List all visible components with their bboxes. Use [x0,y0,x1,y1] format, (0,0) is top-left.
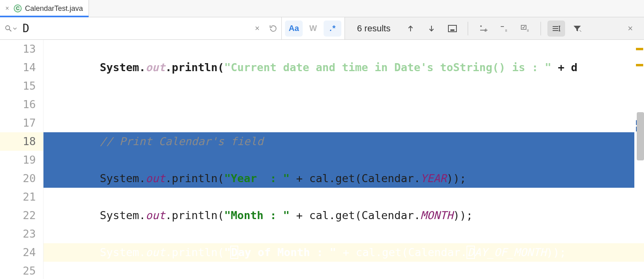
code-token: "Month : " [224,209,290,222]
select-all-occurrences-icon[interactable] [444,21,461,37]
find-input[interactable] [19,22,249,35]
code-token: "Year : " [224,172,290,185]
file-tab[interactable]: × C CalendarTest.java [0,0,89,17]
add-selection-icon[interactable]: II [475,21,492,37]
warning-marker[interactable] [636,64,643,66]
line-number: 15 [0,77,36,95]
find-options: Aa W .* [282,17,345,39]
code-token: System. [100,246,146,258]
line-number: 13 [0,40,36,58]
remove-selection-icon[interactable]: II [495,21,513,37]
code-token: System. [100,172,146,185]
code-comment: // Print Calendar's field [100,135,263,148]
results-count: 6 results [357,23,390,34]
next-match-icon[interactable] [423,21,440,37]
line-number: 16 [0,95,36,114]
find-bar: × Aa W .* 6 results II II II [0,17,644,40]
line-number: 21 [0,188,36,206]
code-editor[interactable]: 13 14 15 16 17 18 19 20 21 22 23 24 25 S… [0,40,644,279]
code-token: out [146,61,165,74]
code-token: System. [100,209,146,222]
search-history-icon[interactable] [265,21,281,37]
code-token: "Current date and time in Date's toStrin… [224,61,551,74]
separator [541,22,541,35]
clear-search-icon[interactable]: × [249,21,265,37]
code-token: System. [100,61,146,74]
code-token: )); [453,209,473,222]
search-match: D [231,246,238,258]
line-number: 23 [0,225,36,243]
code-token: AY_OF_MONTH [475,246,547,258]
tab-filename: CalendarTest.java [25,4,83,13]
select-all-icon[interactable]: II [516,21,534,37]
svg-point-2 [6,26,10,30]
separator [468,22,468,35]
svg-rect-5 [450,29,454,31]
code-token: .println( [165,246,224,258]
previous-match-icon[interactable] [402,21,419,37]
close-tab-icon[interactable]: × [4,5,10,12]
find-toolbar: 6 results II II II × [345,17,644,39]
code-area[interactable]: System.out.println("Current date and tim… [43,40,644,279]
scrollbar-thumb[interactable] [637,112,644,160]
code-token: + cal.get(Calendar. [289,172,420,185]
line-number: 17 [0,114,36,132]
code-token: YEAR [421,172,447,185]
code-token: .println( [165,172,224,185]
code-token: out [146,246,165,258]
svg-text:C: C [16,6,20,11]
line-number: 20 [0,169,36,188]
line-number: 22 [0,206,36,225]
tab-bar: × C CalendarTest.java [0,0,644,17]
code-token: + cal.get(Calendar. [336,246,467,258]
close-find-bar-icon[interactable]: × [623,21,638,36]
code-token: + cal.get(Calendar. [289,209,420,222]
code-token: " [224,246,231,258]
code-token: out [146,172,165,185]
svg-text:II: II [484,29,486,33]
show-filter-popup-icon[interactable] [547,21,565,37]
warning-marker[interactable] [636,48,643,50]
java-class-icon: C [14,4,22,12]
line-number-current: 18 [0,132,43,151]
code-token: MONTH [421,209,453,222]
code-token: .println( [165,61,224,74]
find-input-area: × [0,17,282,39]
search-icon[interactable] [2,25,19,32]
line-number: 24 [0,243,36,262]
whole-words-toggle[interactable]: W [304,21,322,37]
line-number: 25 [0,262,36,279]
code-token: .println( [165,209,224,222]
match-case-toggle[interactable]: Aa [285,21,303,37]
regex-toggle[interactable]: .* [324,21,341,37]
line-number: 19 [0,151,36,169]
line-number-gutter: 13 14 15 16 17 18 19 20 21 22 23 24 25 [0,40,43,279]
svg-line-3 [9,29,11,31]
filter-icon[interactable] [568,21,586,37]
code-token: ay of Month : " [238,246,336,258]
line-number: 14 [0,58,36,77]
code-token: )); [447,172,466,185]
svg-text:II: II [527,29,529,33]
search-match: D [467,246,474,258]
code-token: + d [551,61,578,74]
code-token: )); [546,246,566,258]
svg-text:II: II [505,29,507,33]
code-token: out [146,209,165,222]
